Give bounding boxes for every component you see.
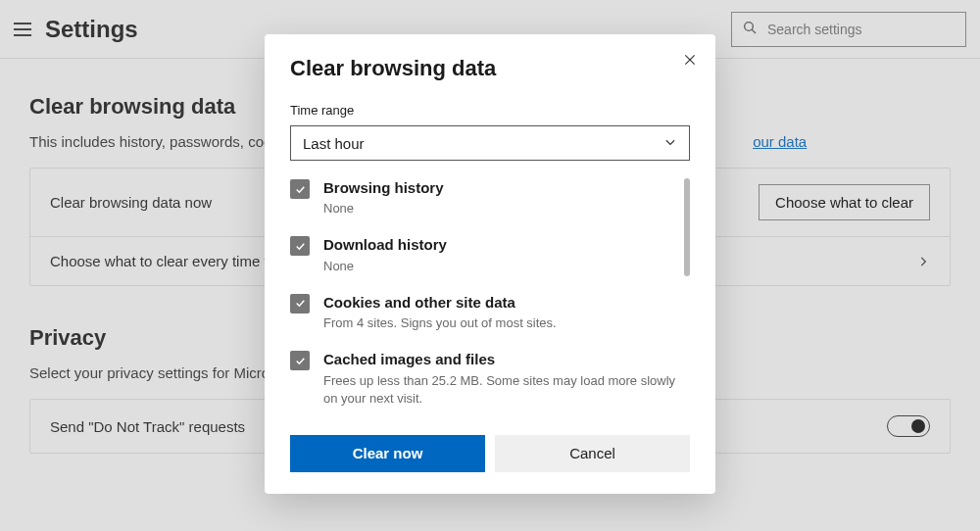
- check-item-cache[interactable]: Cached images and files Frees up less th…: [290, 350, 678, 408]
- check-item-cookies[interactable]: Cookies and other site data From 4 sites…: [290, 293, 678, 332]
- check-item-text: Cookies and other site data From 4 sites…: [323, 293, 557, 332]
- check-item-text: Cached images and files Frees up less th…: [323, 350, 678, 408]
- clear-now-button[interactable]: Clear now: [290, 435, 485, 472]
- data-type-list: Browsing history None Download history N…: [290, 178, 690, 425]
- check-item-text: Download history None: [323, 235, 447, 274]
- modal-overlay[interactable]: Clear browsing data Time range Last hour…: [0, 0, 980, 531]
- cancel-button[interactable]: Cancel: [495, 435, 690, 472]
- time-range-select[interactable]: Last hour: [290, 125, 690, 161]
- clear-browsing-data-dialog: Clear browsing data Time range Last hour…: [265, 34, 715, 494]
- scrollbar-thumb[interactable]: [684, 178, 690, 276]
- dialog-title: Clear browsing data: [290, 56, 690, 81]
- checkbox[interactable]: [290, 236, 310, 256]
- checkbox[interactable]: [290, 351, 310, 370]
- chevron-down-icon: [663, 135, 677, 152]
- close-button[interactable]: [678, 48, 702, 72]
- checkbox[interactable]: [290, 294, 310, 314]
- checkbox[interactable]: [290, 179, 310, 199]
- check-item-browsing-history[interactable]: Browsing history None: [290, 178, 678, 217]
- check-item-download-history[interactable]: Download history None: [290, 235, 678, 274]
- select-value: Last hour: [303, 135, 365, 152]
- time-range-label: Time range: [290, 103, 690, 118]
- check-item-text: Browsing history None: [323, 178, 444, 217]
- dialog-actions: Clear now Cancel: [290, 435, 690, 472]
